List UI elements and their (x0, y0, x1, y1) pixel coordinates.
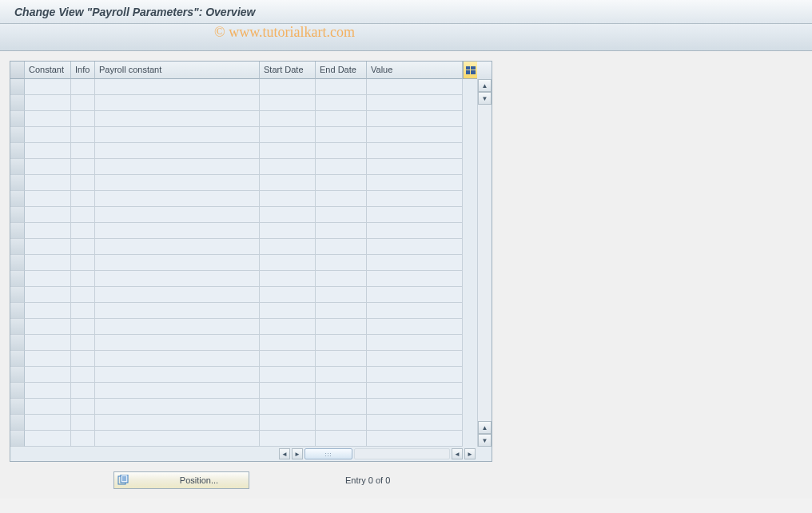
table-settings-icon[interactable] (463, 62, 477, 79)
column-header-end-date[interactable]: End Date (316, 62, 367, 79)
cell[interactable] (367, 191, 463, 207)
cell[interactable] (367, 239, 463, 255)
cell[interactable] (316, 143, 367, 159)
table-row[interactable] (10, 367, 477, 383)
cell[interactable] (367, 319, 463, 335)
cell[interactable] (95, 175, 260, 191)
cell[interactable] (95, 367, 260, 383)
cell[interactable] (367, 351, 463, 367)
cell[interactable] (260, 287, 316, 303)
cell[interactable] (260, 207, 316, 223)
cell[interactable] (316, 287, 367, 303)
cell[interactable] (367, 207, 463, 223)
cell[interactable] (367, 79, 463, 95)
cell[interactable] (316, 223, 367, 239)
cell[interactable] (95, 223, 260, 239)
cell[interactable] (260, 111, 316, 127)
cell[interactable] (367, 255, 463, 271)
row-selector[interactable] (10, 191, 25, 207)
table-row[interactable] (10, 191, 477, 207)
cell[interactable] (71, 207, 95, 223)
cell[interactable] (25, 239, 71, 255)
cell[interactable] (95, 335, 260, 351)
table-row[interactable] (10, 287, 477, 303)
cell[interactable] (260, 399, 316, 415)
cell[interactable] (316, 367, 367, 383)
cell[interactable] (95, 431, 260, 447)
cell[interactable] (95, 207, 260, 223)
cell[interactable] (95, 383, 260, 399)
scroll-down-button[interactable]: ▼ (478, 92, 492, 105)
cell[interactable] (95, 191, 260, 207)
cell[interactable] (260, 175, 316, 191)
cell[interactable] (316, 95, 367, 111)
cell[interactable] (95, 143, 260, 159)
hscroll-right2-button[interactable]: ► (464, 448, 476, 459)
cell[interactable] (95, 319, 260, 335)
cell[interactable] (25, 95, 71, 111)
row-selector[interactable] (10, 271, 25, 287)
row-selector[interactable] (10, 319, 25, 335)
row-selector[interactable] (10, 431, 25, 447)
table-row[interactable] (10, 255, 477, 271)
cell[interactable] (25, 79, 71, 95)
table-row[interactable] (10, 383, 477, 399)
cell[interactable] (316, 271, 367, 287)
row-selector[interactable] (10, 399, 25, 415)
row-selector[interactable] (10, 255, 25, 271)
cell[interactable] (71, 319, 95, 335)
cell[interactable] (367, 223, 463, 239)
cell[interactable] (71, 175, 95, 191)
table-row[interactable] (10, 175, 477, 191)
cell[interactable] (316, 79, 367, 95)
table-row[interactable] (10, 111, 477, 127)
cell[interactable] (71, 111, 95, 127)
table-row[interactable] (10, 127, 477, 143)
cell[interactable] (367, 383, 463, 399)
cell[interactable] (316, 383, 367, 399)
scroll-down-bottom-button[interactable]: ▼ (478, 434, 492, 447)
cell[interactable] (367, 399, 463, 415)
cell[interactable] (25, 191, 71, 207)
cell[interactable] (95, 111, 260, 127)
cell[interactable] (260, 239, 316, 255)
cell[interactable] (316, 127, 367, 143)
column-header-start-date[interactable]: Start Date (260, 62, 316, 79)
cell[interactable] (71, 399, 95, 415)
cell[interactable] (25, 111, 71, 127)
cell[interactable] (95, 287, 260, 303)
cell[interactable] (367, 367, 463, 383)
cell[interactable] (260, 143, 316, 159)
table-row[interactable] (10, 303, 477, 319)
cell[interactable] (71, 351, 95, 367)
table-row[interactable] (10, 79, 477, 95)
hscroll-left-button[interactable]: ◄ (279, 448, 290, 459)
hscroll-thumb[interactable]: ::: (304, 448, 352, 459)
cell[interactable] (95, 399, 260, 415)
cell[interactable] (95, 79, 260, 95)
cell[interactable] (367, 143, 463, 159)
cell[interactable] (95, 239, 260, 255)
cell[interactable] (25, 143, 71, 159)
hscroll-right-button[interactable]: ► (292, 448, 303, 459)
row-selector[interactable] (10, 175, 25, 191)
cell[interactable] (25, 431, 71, 447)
position-button[interactable]: Position... (113, 471, 249, 489)
cell[interactable] (25, 207, 71, 223)
cell[interactable] (71, 159, 95, 175)
cell[interactable] (316, 303, 367, 319)
table-row[interactable] (10, 415, 477, 431)
cell[interactable] (316, 351, 367, 367)
cell[interactable] (71, 143, 95, 159)
cell[interactable] (260, 79, 316, 95)
cell[interactable] (316, 319, 367, 335)
cell[interactable] (260, 191, 316, 207)
cell[interactable] (316, 415, 367, 431)
table-row[interactable] (10, 399, 477, 415)
cell[interactable] (25, 175, 71, 191)
row-selector[interactable] (10, 143, 25, 159)
row-selector[interactable] (10, 335, 25, 351)
cell[interactable] (25, 415, 71, 431)
table-row[interactable] (10, 335, 477, 351)
row-selector[interactable] (10, 383, 25, 399)
